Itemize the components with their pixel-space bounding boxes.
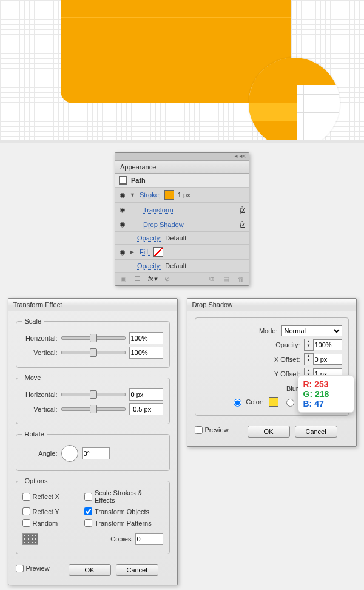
clear-icon[interactable]: ⊘ xyxy=(163,275,172,283)
stroke-value[interactable]: 1 px xyxy=(178,191,190,198)
duplicate-icon[interactable]: ⧉ xyxy=(207,275,216,283)
xoffset-spinner[interactable]: ▲▼ xyxy=(304,353,342,365)
close-icon[interactable]: ✕ xyxy=(242,154,247,158)
opacity-spinner[interactable]: ▲▼ xyxy=(304,339,342,351)
scale-group: Scale Horizontal: Vertical: xyxy=(16,317,170,368)
label: Vertical: xyxy=(22,349,58,356)
scale-v-input[interactable] xyxy=(129,347,163,359)
trash-icon[interactable]: 🗑 xyxy=(237,276,245,283)
scale-h-slider[interactable] xyxy=(61,336,126,340)
color-radio[interactable]: Color: xyxy=(231,397,263,407)
scale-strokes-checkbox[interactable]: Scale Strokes & Effects xyxy=(84,489,163,504)
label: Horizontal: xyxy=(22,334,58,342)
drop-shadow-link[interactable]: Drop Shadow xyxy=(143,221,184,228)
move-v-slider[interactable] xyxy=(61,407,126,411)
label: Horizontal: xyxy=(22,391,58,398)
expand-icon[interactable]: ▶ xyxy=(130,249,136,255)
panel-title: Appearance xyxy=(115,161,249,174)
fx-icon[interactable]: fx xyxy=(240,220,245,229)
ok-button[interactable]: OK xyxy=(69,564,111,576)
fx-button[interactable]: fx▾ xyxy=(148,275,157,283)
scale-h-input[interactable] xyxy=(129,332,163,344)
fill-link[interactable]: Fill: xyxy=(140,248,150,256)
color-swatch[interactable] xyxy=(269,397,278,407)
expand-icon[interactable]: ▼ xyxy=(130,192,136,198)
cancel-button[interactable]: Cancel xyxy=(295,426,337,438)
fx-icon[interactable]: fx xyxy=(240,205,245,214)
move-legend: Move xyxy=(22,374,44,381)
zoom-preview xyxy=(249,58,340,143)
label: Angle: xyxy=(22,450,58,457)
angle-dial[interactable] xyxy=(61,445,78,462)
transform-objects-checkbox[interactable]: Transform Objects xyxy=(84,507,163,515)
reflect-x-checkbox[interactable]: Reflect X xyxy=(22,489,79,504)
scale-legend: Scale xyxy=(22,317,44,325)
move-v-input[interactable] xyxy=(129,403,163,415)
label: Blur: xyxy=(270,385,300,392)
label: Opacity: xyxy=(270,341,300,348)
mode-select[interactable]: Normal xyxy=(281,325,342,336)
label: X Offset: xyxy=(270,356,300,363)
rgb-g: G: 218 xyxy=(303,389,349,399)
copies-input[interactable] xyxy=(135,533,163,545)
canvas-grid xyxy=(0,0,364,143)
ok-button[interactable]: OK xyxy=(248,426,290,438)
move-h-input[interactable] xyxy=(129,388,163,401)
copies-label: Copies xyxy=(110,535,131,543)
tile-icon xyxy=(22,533,38,545)
menu-icon[interactable]: ☰ xyxy=(133,275,142,283)
fill-swatch[interactable] xyxy=(153,247,163,257)
collapse-icon[interactable]: ◄◄ xyxy=(234,154,238,158)
visibility-icon[interactable]: ◉ xyxy=(119,206,126,214)
object-thumbnail xyxy=(119,176,127,185)
opacity-link[interactable]: Opacity: xyxy=(137,234,161,242)
dialog-title: Drop Shadow xyxy=(187,299,356,311)
rgb-r: R: 253 xyxy=(303,379,349,389)
dialog-title: Transform Effect xyxy=(8,299,177,311)
panel-footer: ▣ ☰ fx▾ ⊘ ⧉ ▤ 🗑 xyxy=(115,273,249,285)
label: Y Offset: xyxy=(270,370,300,378)
label: Vertical: xyxy=(22,405,58,413)
reflect-y-checkbox[interactable]: Reflect Y xyxy=(22,507,79,515)
options-legend: Options xyxy=(22,477,50,484)
object-type: Path xyxy=(131,177,146,184)
opacity-link[interactable]: Opacity: xyxy=(137,262,161,270)
opacity-value: Default xyxy=(165,234,186,242)
visibility-icon[interactable]: ◉ xyxy=(119,191,126,199)
transform-effect-dialog: Transform Effect Scale Horizontal: Verti… xyxy=(8,298,178,585)
transform-link[interactable]: Transform xyxy=(143,206,174,214)
preview-checkbox[interactable]: Preview xyxy=(16,565,50,572)
move-h-slider[interactable] xyxy=(61,393,126,396)
rotate-legend: Rotate xyxy=(22,430,47,438)
transform-patterns-checkbox[interactable]: Transform Patterns xyxy=(84,519,163,527)
rgb-b: B: 47 xyxy=(303,399,349,409)
visibility-icon[interactable]: ◉ xyxy=(119,248,126,256)
rotate-group: Rotate Angle: xyxy=(16,430,170,471)
options-group: Options Reflect X Scale Strokes & Effect… xyxy=(16,477,170,554)
stroke-swatch[interactable] xyxy=(164,190,174,200)
new-art-icon[interactable]: ▣ xyxy=(119,275,127,283)
visibility-icon[interactable]: ◉ xyxy=(119,220,126,228)
scale-v-slider[interactable] xyxy=(61,351,126,354)
rgb-tooltip: R: 253 G: 218 B: 47 xyxy=(298,375,354,413)
label: Mode: xyxy=(248,327,278,334)
cancel-button[interactable]: Cancel xyxy=(116,564,158,576)
appearance-panel: ◄◄ ✕ Appearance Path ◉ ▼ Stroke: 1 px ◉ … xyxy=(115,152,249,286)
random-checkbox[interactable]: Random xyxy=(22,519,79,527)
preview-checkbox[interactable]: Preview xyxy=(195,426,229,434)
artwork-divider xyxy=(61,17,291,18)
new-icon[interactable]: ▤ xyxy=(222,275,231,283)
angle-input[interactable] xyxy=(82,447,110,459)
stroke-link[interactable]: Stroke: xyxy=(140,191,161,198)
move-group: Move Horizontal: Vertical: xyxy=(16,374,170,424)
drop-shadow-dialog: Drop Shadow Mode: Normal Opacity: ▲▼ X O… xyxy=(187,298,357,447)
opacity-value: Default xyxy=(165,262,186,270)
